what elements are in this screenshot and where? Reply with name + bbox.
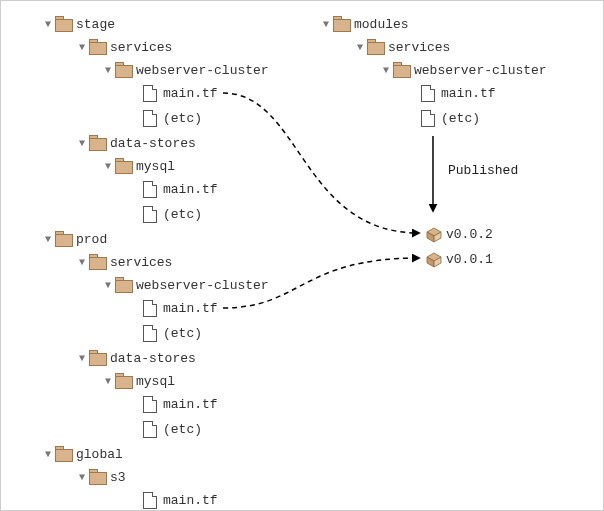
folder-icon — [115, 375, 131, 387]
file-label: main.tf — [163, 86, 218, 101]
file-prod-main-tf: main.tf — [143, 299, 218, 317]
file-icon — [143, 300, 157, 317]
folder-icon — [89, 352, 105, 364]
folder-prod-data-stores: ▼ data-stores — [79, 349, 196, 367]
folder-icon — [115, 279, 131, 291]
package-icon — [426, 252, 440, 266]
folder-icon — [55, 18, 71, 30]
file-icon — [143, 421, 157, 438]
folder-prod-services: ▼ services — [79, 253, 172, 271]
file-icon — [421, 85, 435, 102]
file-label: main.tf — [163, 493, 218, 508]
folder-icon — [89, 256, 105, 268]
folder-stage-services: ▼ services — [79, 38, 172, 56]
folder-modules-webserver-cluster: ▼ webserver-cluster — [383, 61, 547, 79]
file-icon — [143, 396, 157, 413]
file-prod-etc: (etc) — [143, 324, 202, 342]
folder-stage-data-stores: ▼ data-stores — [79, 134, 196, 152]
package-v001: v0.0.1 — [426, 250, 493, 268]
package-icon — [426, 227, 440, 241]
folder-icon — [393, 64, 409, 76]
folder-stage: ▼ stage — [45, 15, 115, 33]
file-label: main.tf — [441, 86, 496, 101]
expand-icon: ▼ — [79, 138, 85, 149]
folder-icon — [89, 471, 105, 483]
folder-icon — [89, 137, 105, 149]
expand-icon: ▼ — [383, 65, 389, 76]
folder-prod: ▼ prod — [45, 230, 107, 248]
file-stage-mysql-main-tf: main.tf — [143, 180, 218, 198]
folder-global: ▼ global — [45, 445, 123, 463]
folder-label: global — [76, 447, 123, 462]
folder-stage-mysql: ▼ mysql — [105, 157, 175, 175]
folder-label: webserver-cluster — [136, 278, 269, 293]
folder-global-s3: ▼ s3 — [79, 468, 126, 486]
expand-icon: ▼ — [45, 19, 51, 30]
folder-prod-mysql: ▼ mysql — [105, 372, 175, 390]
expand-icon: ▼ — [79, 472, 85, 483]
folder-label: services — [110, 255, 172, 270]
folder-stage-webserver-cluster: ▼ webserver-cluster — [105, 61, 269, 79]
folder-icon — [55, 233, 71, 245]
file-label: main.tf — [163, 182, 218, 197]
file-icon — [143, 206, 157, 223]
file-label: main.tf — [163, 397, 218, 412]
expand-icon: ▼ — [79, 42, 85, 53]
package-v002: v0.0.2 — [426, 225, 493, 243]
folder-label: prod — [76, 232, 107, 247]
folder-label: stage — [76, 17, 115, 32]
folder-icon — [333, 18, 349, 30]
folder-label: s3 — [110, 470, 126, 485]
file-icon — [143, 492, 157, 509]
expand-icon: ▼ — [105, 280, 111, 291]
folder-label: webserver-cluster — [136, 63, 269, 78]
file-modules-etc: (etc) — [421, 109, 480, 127]
file-icon — [143, 110, 157, 127]
folder-icon — [89, 41, 105, 53]
folder-label: data-stores — [110, 351, 196, 366]
folder-icon — [115, 64, 131, 76]
expand-icon: ▼ — [105, 161, 111, 172]
file-icon — [143, 181, 157, 198]
file-icon — [143, 85, 157, 102]
expand-icon: ▼ — [45, 234, 51, 245]
expand-icon: ▼ — [79, 353, 85, 364]
expand-icon: ▼ — [357, 42, 363, 53]
file-label: (etc) — [163, 207, 202, 222]
file-stage-main-tf: main.tf — [143, 84, 218, 102]
file-label: (etc) — [163, 111, 202, 126]
folder-modules: ▼ modules — [323, 15, 409, 33]
file-label: (etc) — [163, 422, 202, 437]
folder-label: services — [110, 40, 172, 55]
file-modules-main-tf: main.tf — [421, 84, 496, 102]
file-icon — [143, 325, 157, 342]
file-prod-mysql-etc: (etc) — [143, 420, 202, 438]
folder-modules-services: ▼ services — [357, 38, 450, 56]
file-icon — [421, 110, 435, 127]
file-label: (etc) — [163, 326, 202, 341]
published-label: Published — [448, 163, 518, 178]
expand-icon: ▼ — [105, 65, 111, 76]
expand-icon: ▼ — [79, 257, 85, 268]
diagram-canvas: ▼ stage ▼ services ▼ webserver-cluster m… — [0, 0, 604, 511]
version-label: v0.0.1 — [446, 252, 493, 267]
folder-icon — [115, 160, 131, 172]
file-label: main.tf — [163, 301, 218, 316]
file-stage-mysql-etc: (etc) — [143, 205, 202, 223]
folder-prod-webserver-cluster: ▼ webserver-cluster — [105, 276, 269, 294]
expand-icon: ▼ — [45, 449, 51, 460]
folder-label: data-stores — [110, 136, 196, 151]
file-global-main-tf: main.tf — [143, 491, 218, 509]
file-stage-etc: (etc) — [143, 109, 202, 127]
folder-icon — [367, 41, 383, 53]
file-label: (etc) — [441, 111, 480, 126]
file-prod-mysql-main-tf: main.tf — [143, 395, 218, 413]
folder-icon — [55, 448, 71, 460]
folder-label: mysql — [136, 374, 175, 389]
version-label: v0.0.2 — [446, 227, 493, 242]
folder-label: mysql — [136, 159, 175, 174]
folder-label: modules — [354, 17, 409, 32]
folder-label: services — [388, 40, 450, 55]
folder-label: webserver-cluster — [414, 63, 547, 78]
expand-icon: ▼ — [323, 19, 329, 30]
